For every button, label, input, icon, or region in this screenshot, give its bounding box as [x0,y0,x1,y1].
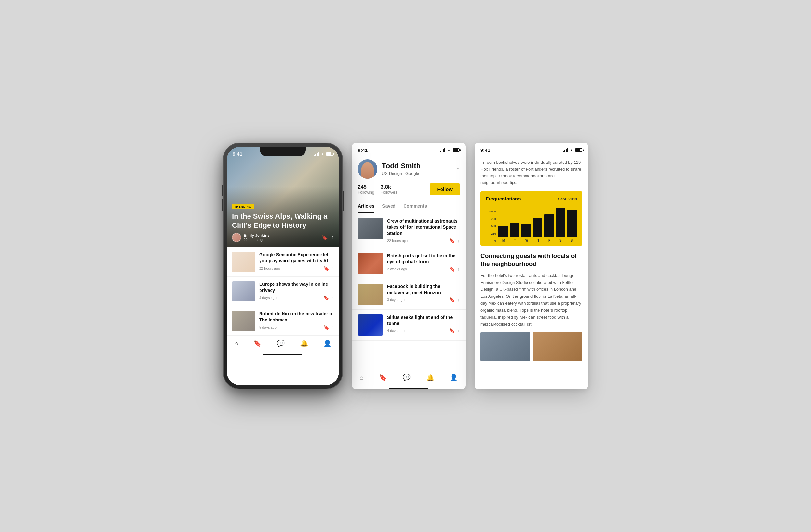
status-icons-3: ▲ [563,148,582,152]
news-body-1: Google Semantic Experience let you play … [259,252,334,271]
share-icon[interactable]: ↑ [457,238,460,243]
news-meta-1: 22 hours ago 🔖 ↑ [259,266,334,271]
p2-article-2[interactable]: British ports get set to be in the eye o… [352,248,465,279]
y-label-0: 0 [486,239,496,242]
bookmark-icon[interactable]: 🔖 [449,266,455,272]
nav-home[interactable]: ⌂ [234,340,238,347]
bookmark-icon[interactable]: 🔖 [321,234,328,241]
nav-profile[interactable]: 👤 [323,339,332,347]
profile-tabs: Articles Saved Comments [352,199,465,213]
news-time-3: 5 days ago [259,325,277,329]
share-icon[interactable]: ↑ [332,295,334,300]
bookmark-icon[interactable]: 🔖 [323,266,329,271]
article-thumb-2 [358,253,383,274]
news-actions-3: 🔖 ↑ [323,325,334,330]
followers-count: 3.8k [381,184,397,190]
avatar-face [361,163,374,179]
p2-article-4[interactable]: Sirius seeks light at end of the tunnel … [352,310,465,340]
p2-time-1: 22 hours ago [387,239,408,243]
share-icon[interactable]: ↑ [332,325,334,330]
wifi-icon-1: ▲ [321,152,324,156]
p2-time-2: 2 weeks ago [387,267,407,271]
news-item-3[interactable]: Robert de Niro in the new trailer of The… [227,306,339,336]
x-label-w: W [525,239,528,242]
news-list-1: Google Semantic Experience let you play … [227,247,339,336]
news-item-2[interactable]: Europe shows the way in online privacy 3… [227,277,339,306]
news-time-1: 22 hours ago [259,266,280,270]
status-time-3: 9:41 [480,147,490,153]
news-meta-2: 3 days ago 🔖 ↑ [259,295,334,300]
nav-saved[interactable]: 🔖 [254,339,261,347]
bookmark-icon[interactable]: 🔖 [449,328,455,333]
news-title-2: Europe shows the way in online privacy [259,281,334,293]
article-body-text: For the hotel's two restaurants and cock… [480,272,582,328]
gridline-top [498,205,577,205]
phone-screen-3: 9:41 ▲ In-room bookshelves were individu… [475,143,588,389]
news-title-3: Robert de Niro in the new trailer of The… [259,311,334,323]
news-meta-3: 5 days ago 🔖 ↑ [259,325,334,330]
nav-notifications[interactable]: 🔔 [300,339,308,347]
p2-actions-1: 🔖 ↑ [449,238,460,243]
follow-button[interactable]: Follow [430,183,460,195]
author-details: Emily Jenkins 22 hours ago [244,233,270,242]
y-label-250: 250 [486,232,496,235]
nav-profile-2[interactable]: 👤 [449,374,458,381]
profile-name-group: Todd Smith UX Design · Google [382,162,420,176]
article-intro: In-room bookshelves were individually cu… [480,159,582,186]
chart-body: 1'000 750 500 250 0 [486,205,577,242]
p2-article-3[interactable]: Facebook is building the metaverse, meet… [352,279,465,310]
volume-up-button [221,185,223,196]
share-icon[interactable]: ↑ [332,266,334,271]
news-thumb-2 [232,281,255,301]
nav-comments[interactable]: 💬 [277,339,285,347]
chart-x-labels: M T W T F S S [498,239,577,242]
share-icon[interactable]: ↑ [457,328,460,333]
power-button [343,192,344,211]
tab-saved[interactable]: Saved [382,199,395,213]
hero-actions: 🔖 ↑ [321,234,334,241]
news-body-2: Europe shows the way in online privacy 3… [259,281,334,300]
share-icon[interactable]: ↑ [331,234,334,241]
battery-icon-1 [326,152,333,156]
news-actions-2: 🔖 ↑ [323,295,334,300]
profile-header: Todd Smith UX Design · Google ↑ 245 Foll… [352,154,465,199]
news-time-2: 3 days ago [259,296,277,300]
author-row: Emily Jenkins 22 hours ago 🔖 ↑ [232,233,334,242]
p2-article-title-4: Sirius seeks light at end of the tunnel [387,314,460,326]
scene: 9:41 ▲ TRENDING In the Swiss Alps, Walki… [0,0,811,532]
p2-actions-2: 🔖 ↑ [449,266,460,272]
p2-article-1[interactable]: Crew of multinational astronauts takes o… [352,213,465,248]
wifi-icon-2: ▲ [447,148,451,152]
p2-article-title-3: Facebook is building the metaverse, meet… [387,284,460,296]
nav-notifications-2[interactable]: 🔔 [426,374,434,381]
chart-bars-wrapper: M T W T F S S [498,205,577,242]
bookmark-icon[interactable]: 🔖 [323,295,329,300]
y-label-1000: 1'000 [486,210,496,213]
author-name: Emily Jenkins [244,233,270,238]
author-avatar [232,233,241,242]
bar-fri [544,214,554,237]
hero-content: TRENDING In the Swiss Alps, Walking a Cl… [227,198,339,247]
nav-comments-2[interactable]: 💬 [402,374,411,381]
y-label-750: 750 [486,217,496,221]
tab-comments[interactable]: Comments [403,199,427,213]
nav-home-2[interactable]: ⌂ [360,374,364,381]
article-section-title: Connecting guests with locals of the nei… [480,252,582,268]
bookmark-icon[interactable]: 🔖 [449,238,455,243]
wifi-icon-3: ▲ [570,148,573,152]
p2-time-3: 3 days ago [387,298,404,302]
share-icon[interactable]: ↑ [457,266,460,272]
bookmark-icon[interactable]: 🔖 [323,325,329,330]
profile-share-button[interactable]: ↑ [457,166,460,172]
share-icon[interactable]: ↑ [457,297,460,302]
profile-role: UX Design · Google [382,171,420,176]
status-icons-1: ▲ [314,152,333,156]
profile-left: Todd Smith UX Design · Google [358,159,420,179]
phone-screen-1: 9:41 ▲ TRENDING In the Swiss Alps, Walki… [227,147,339,385]
bookmark-icon[interactable]: 🔖 [449,297,455,302]
tab-articles[interactable]: Articles [358,199,374,213]
nav-saved-2[interactable]: 🔖 [379,374,387,381]
news-item-1[interactable]: Google Semantic Experience let you play … [227,247,339,277]
status-time-1: 9:41 [233,151,242,157]
x-label-f: F [548,239,550,242]
